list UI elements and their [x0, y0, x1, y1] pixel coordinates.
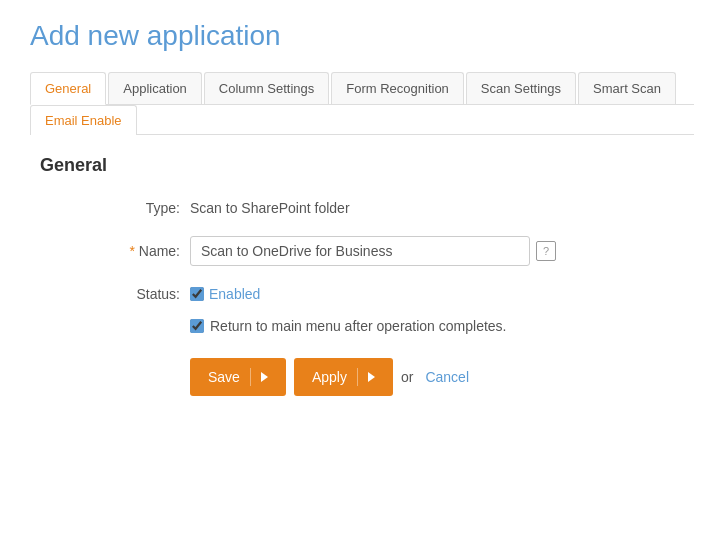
tab-scan-settings[interactable]: Scan Settings	[466, 72, 576, 104]
type-row: Type: Scan to SharePoint folder	[100, 200, 684, 216]
section-title: General	[40, 155, 684, 176]
apply-separator	[357, 368, 358, 386]
buttons-row: Save Apply or Cancel	[190, 358, 684, 396]
tabs-row2: Email Enable	[30, 105, 694, 135]
save-separator	[250, 368, 251, 386]
tab-general[interactable]: General	[30, 72, 106, 105]
tabs-row1: General Application Column Settings Form…	[30, 72, 694, 105]
tab-email-enable[interactable]: Email Enable	[30, 105, 137, 135]
tab-application[interactable]: Application	[108, 72, 202, 104]
tab-column-settings[interactable]: Column Settings	[204, 72, 329, 104]
return-row: Return to main menu after operation comp…	[100, 318, 684, 334]
type-label: Type:	[100, 200, 180, 216]
tab-smart-scan[interactable]: Smart Scan	[578, 72, 676, 104]
status-label: Status:	[100, 286, 180, 302]
status-row: Status: Enabled	[100, 286, 684, 302]
save-button[interactable]: Save	[190, 358, 286, 396]
status-checkbox-label[interactable]: Enabled	[190, 286, 260, 302]
page-title: Add new application	[30, 20, 694, 52]
status-checkbox[interactable]	[190, 287, 204, 301]
cancel-link[interactable]: Cancel	[425, 369, 469, 385]
name-input[interactable]	[190, 236, 530, 266]
name-label: Name:	[100, 243, 180, 259]
save-arrow-icon	[261, 372, 268, 382]
return-checkbox-label[interactable]: Return to main menu after operation comp…	[190, 318, 507, 334]
apply-arrow-icon	[368, 372, 375, 382]
type-value: Scan to SharePoint folder	[190, 200, 350, 216]
name-row: Name: ?	[100, 236, 684, 266]
page-container: Add new application General Application …	[0, 0, 724, 446]
tab-form-recognition[interactable]: Form Recognition	[331, 72, 464, 104]
apply-button[interactable]: Apply	[294, 358, 393, 396]
help-icon[interactable]: ?	[536, 241, 556, 261]
return-checkbox[interactable]	[190, 319, 204, 333]
or-text: or	[401, 369, 413, 385]
content-section: General Type: Scan to SharePoint folder …	[30, 135, 694, 416]
